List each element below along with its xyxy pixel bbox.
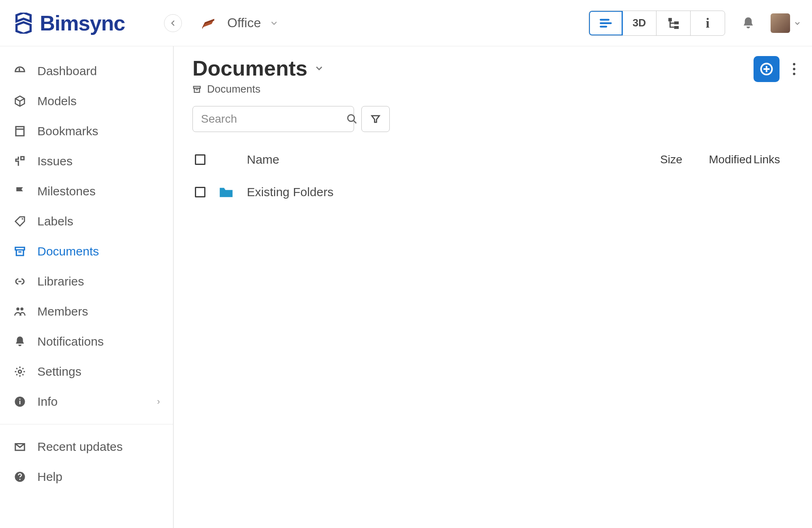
sidebar-item-label: Members (37, 305, 88, 318)
chevron-left-icon (170, 20, 176, 26)
chevron-down-icon (794, 20, 801, 26)
chevron-down-icon (270, 19, 278, 27)
people-icon (13, 305, 27, 318)
col-links[interactable]: Links (754, 153, 798, 166)
view-3d-label: 3D (633, 17, 646, 29)
project-name: Office (227, 15, 261, 30)
main-content: Documents Documents (174, 46, 812, 528)
svg-point-5 (20, 307, 24, 311)
documents-table: Name Size Modified Links Existing Folder… (192, 143, 801, 208)
sidebar-item-label: Documents (37, 245, 99, 258)
search-input[interactable] (201, 113, 346, 126)
sidebar-item-label: Labels (37, 214, 73, 228)
breadcrumb-label: Documents (207, 83, 261, 95)
table-row[interactable]: Existing Folders (192, 176, 801, 208)
chevron-down-icon (315, 64, 324, 73)
page-title: Documents (192, 56, 307, 80)
view-info-button[interactable]: i (691, 11, 725, 35)
svg-point-3 (22, 218, 23, 220)
sidebar-item-label: Notifications (37, 335, 104, 348)
back-button[interactable] (164, 14, 182, 32)
sidebar-item-models[interactable]: Models (0, 86, 173, 116)
col-name[interactable]: Name (247, 153, 660, 167)
book-icon (200, 15, 217, 32)
gear-icon (13, 365, 27, 379)
sidebar-item-info[interactable]: Info › (0, 387, 173, 417)
flag-icon (13, 184, 27, 198)
breadcrumb[interactable]: Documents (192, 83, 324, 95)
row-checkbox[interactable] (195, 187, 205, 197)
sidebar-item-documents[interactable]: Documents (0, 236, 173, 266)
sidebar-item-dashboard[interactable]: Dashboard (0, 56, 173, 86)
archive-icon (13, 245, 27, 258)
issue-icon (13, 154, 27, 168)
chevron-right-icon: › (157, 396, 160, 407)
kebab-icon (793, 63, 796, 76)
add-button[interactable] (754, 56, 780, 82)
sidebar-item-recent-updates[interactable]: Recent updates (0, 432, 173, 462)
sidebar-item-bookmarks[interactable]: Bookmarks (0, 116, 173, 146)
sidebar-item-label: Issues (37, 154, 73, 168)
logo[interactable]: Bimsync (13, 11, 125, 35)
svg-point-16 (348, 115, 354, 121)
sidebar-item-notifications[interactable]: Notifications (0, 327, 173, 357)
sidebar-item-label: Dashboard (37, 64, 97, 78)
user-menu[interactable] (771, 13, 801, 33)
svg-point-13 (793, 63, 795, 65)
filter-icon (370, 113, 381, 125)
sidebar-item-label: Milestones (37, 184, 95, 198)
table-header: Name Size Modified Links (192, 143, 801, 176)
avatar (771, 13, 790, 33)
sidebar-item-help[interactable]: Help (0, 462, 173, 492)
brand-name: Bimsync (40, 11, 125, 35)
select-all-checkbox[interactable] (195, 154, 205, 165)
view-3d-button[interactable]: 3D (622, 11, 657, 35)
sidebar-item-label: Bookmarks (37, 124, 98, 138)
notifications-icon[interactable] (741, 16, 755, 30)
mail-icon (13, 440, 27, 454)
sidebar-item-label: Settings (37, 365, 81, 379)
search-box (192, 106, 354, 132)
svg-point-4 (16, 307, 19, 311)
sidebar: Dashboard Models Bookmarks Issues Milest… (0, 46, 174, 528)
list-icon (599, 16, 613, 30)
info-icon (13, 395, 27, 409)
project-icon (200, 15, 217, 32)
sidebar-item-label: Help (37, 470, 63, 484)
project-dropdown[interactable]: Office (227, 15, 278, 30)
svg-rect-2 (674, 26, 678, 29)
filter-button[interactable] (361, 106, 390, 132)
link-icon (13, 275, 27, 288)
page-title-dropdown[interactable]: Documents (192, 56, 324, 80)
help-icon (13, 470, 27, 484)
svg-point-15 (793, 73, 795, 75)
col-size[interactable]: Size (660, 153, 709, 166)
view-switcher: 3D i (589, 11, 725, 36)
view-info-label: i (706, 15, 709, 31)
row-name: Existing Folders (247, 185, 660, 199)
sidebar-item-issues[interactable]: Issues (0, 146, 173, 176)
svg-rect-8 (19, 401, 21, 405)
more-menu-button[interactable] (788, 63, 801, 76)
plus-circle-icon (759, 62, 774, 76)
bookmark-icon (13, 124, 27, 138)
folder-icon (218, 184, 247, 201)
sidebar-item-labels[interactable]: Labels (0, 206, 173, 236)
sidebar-item-members[interactable]: Members (0, 296, 173, 327)
sidebar-item-milestones[interactable]: Milestones (0, 176, 173, 206)
view-list-button[interactable] (589, 11, 623, 36)
brand-logo-icon (13, 13, 34, 34)
view-tree-button[interactable] (657, 11, 691, 35)
sidebar-item-label: Info (37, 395, 58, 409)
dashboard-icon (13, 64, 27, 78)
svg-point-11 (19, 479, 21, 480)
bell-icon (13, 335, 27, 348)
sidebar-item-settings[interactable]: Settings (0, 357, 173, 387)
search-icon[interactable] (346, 113, 358, 125)
sidebar-item-label: Libraries (37, 275, 84, 288)
tag-icon (13, 214, 27, 228)
sidebar-item-libraries[interactable]: Libraries (0, 266, 173, 296)
svg-point-14 (793, 68, 795, 70)
archive-icon (192, 85, 201, 94)
sidebar-item-label: Models (37, 94, 77, 108)
